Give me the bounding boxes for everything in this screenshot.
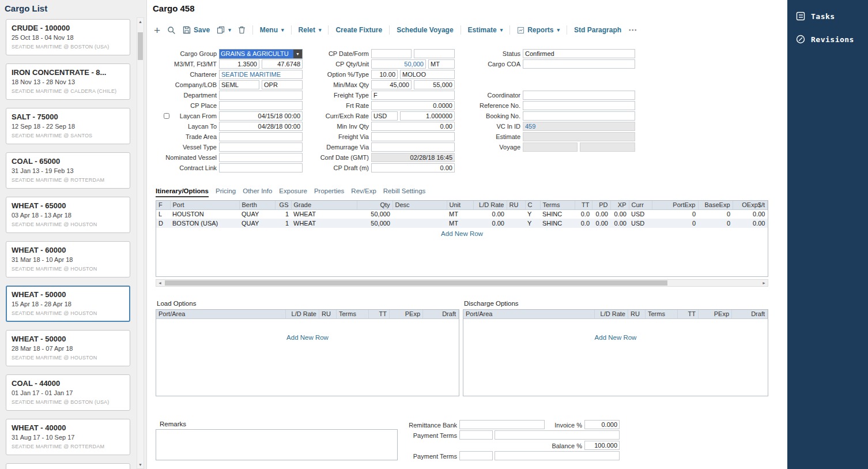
payment-terms-2-desc-input[interactable]: [495, 451, 620, 460]
itinerary-cell[interactable]: 0.00: [733, 219, 768, 228]
cargo-list-item[interactable]: WHEAT - 40000: [6, 463, 130, 469]
load-options-add-new-row[interactable]: Add New Row: [156, 319, 459, 341]
payment-terms-2-code-input[interactable]: [459, 451, 493, 460]
itinerary-cell[interactable]: 0: [652, 209, 698, 219]
laycan-checkbox[interactable]: [164, 113, 169, 119]
ft3-mt-input[interactable]: [262, 59, 303, 69]
relet-button[interactable]: Relet▾: [299, 26, 322, 34]
itinerary-cell[interactable]: 50,000: [357, 219, 393, 228]
payment-terms-code-input[interactable]: [459, 430, 493, 440]
itinerary-cell[interactable]: [507, 209, 525, 219]
cargo-list-item[interactable]: COAL - 6500031 Jan 13 - 19 Feb 13SEATIDE…: [6, 152, 130, 189]
add-button[interactable]: +: [154, 26, 160, 35]
itinerary-cell[interactable]: 0.0: [575, 219, 592, 228]
itinerary-cell[interactable]: SHINC: [540, 219, 575, 228]
itinerary-cell[interactable]: L: [156, 209, 170, 219]
min-qty-input[interactable]: [371, 80, 412, 89]
invoice-pct-input[interactable]: [584, 420, 620, 429]
cargo-list-item[interactable]: CRUDE - 10000025 Oct 18 - 04 Nov 18SEATI…: [6, 19, 130, 55]
scroll-left-icon[interactable]: ◄: [156, 280, 164, 286]
itinerary-cell[interactable]: 0.00: [592, 209, 610, 219]
vc-in-id-input[interactable]: [523, 122, 635, 131]
vessel-type-input[interactable]: [219, 142, 303, 152]
tab-exposure[interactable]: Exposure: [279, 187, 307, 197]
itinerary-cell[interactable]: MT: [447, 219, 473, 228]
discharge-options-add-new-row[interactable]: Add New Row: [463, 319, 768, 341]
itinerary-cell[interactable]: Y: [525, 219, 540, 228]
itinerary-cell[interactable]: HOUSTON: [170, 209, 239, 219]
itinerary-cell[interactable]: 0.00: [473, 219, 507, 228]
itinerary-cell[interactable]: BOSTON (USA): [170, 219, 239, 228]
tab-properties[interactable]: Properties: [314, 187, 344, 197]
itinerary-cell[interactable]: [393, 209, 447, 219]
coordinator-input[interactable]: [523, 91, 635, 100]
cargo-coa-input[interactable]: [523, 59, 635, 69]
cp-place-input[interactable]: [219, 101, 303, 110]
itinerary-add-new-row[interactable]: Add New Row: [156, 228, 768, 237]
itinerary-cell[interactable]: 50,000: [357, 209, 393, 219]
company-input[interactable]: [219, 80, 259, 89]
itinerary-cell[interactable]: 0.00: [473, 209, 507, 219]
reports-button[interactable]: Reports▾: [517, 26, 560, 34]
cargo-list-item[interactable]: WHEAT - 5000028 Mar 18 - 07 Apr 18SEATID…: [6, 330, 130, 366]
itinerary-hscrollbar[interactable]: ◄ ►: [156, 279, 768, 287]
create-fixture-button[interactable]: Create Fixture: [335, 26, 382, 34]
itinerary-cell[interactable]: [507, 219, 525, 228]
trade-area-input[interactable]: [219, 132, 303, 141]
itinerary-cell[interactable]: 1: [275, 209, 291, 219]
booking-no-input[interactable]: [523, 111, 635, 121]
cp-date-input[interactable]: [371, 49, 412, 58]
save-button[interactable]: Save: [183, 26, 210, 34]
itinerary-cell[interactable]: 0.00: [610, 209, 629, 219]
remittance-bank-input[interactable]: [459, 420, 545, 429]
itinerary-cell[interactable]: QUAY: [239, 209, 275, 219]
contract-link-input[interactable]: [219, 163, 303, 172]
balance-pct-input[interactable]: [584, 441, 620, 450]
hscrollbar-thumb[interactable]: [165, 280, 667, 286]
scroll-right-icon[interactable]: ►: [760, 280, 768, 286]
scroll-down-icon[interactable]: ▼: [137, 461, 144, 468]
itinerary-cell[interactable]: MT: [447, 209, 473, 219]
estimate-button[interactable]: Estimate▾: [468, 26, 503, 34]
tasks-button[interactable]: Tasks: [787, 5, 868, 28]
department-input[interactable]: [219, 91, 303, 100]
copy-button[interactable]: ▾: [217, 26, 231, 34]
nominated-vessel-input[interactable]: [219, 153, 303, 162]
itinerary-cell[interactable]: 0: [698, 209, 733, 219]
cargo-list-item[interactable]: WHEAT - 6000031 Mar 18 - 10 Apr 18SEATID…: [6, 241, 130, 277]
schedule-voyage-button[interactable]: Schedule Voyage: [397, 26, 453, 34]
itinerary-row[interactable]: LHOUSTONQUAY1WHEAT50,000MT0.00YSHINC0.00…: [156, 209, 768, 219]
cp-draft-input[interactable]: [371, 163, 455, 172]
cp-qty-input[interactable]: [371, 59, 426, 69]
charterer-input[interactable]: [219, 70, 303, 79]
tab-rebill-settings[interactable]: Rebill Settings: [383, 187, 426, 197]
status-input[interactable]: [523, 49, 635, 58]
currency-input[interactable]: [371, 111, 398, 121]
itinerary-cell[interactable]: WHEAT: [291, 219, 357, 228]
menu-button[interactable]: Menu▾: [260, 26, 284, 34]
itinerary-cell[interactable]: [393, 219, 447, 228]
reference-no-input[interactable]: [523, 101, 635, 110]
option-pct-input[interactable]: [371, 70, 398, 79]
laycan-to-input[interactable]: [219, 122, 303, 131]
itinerary-cell[interactable]: 0.00: [733, 209, 768, 219]
itinerary-row[interactable]: DBOSTON (USA)QUAY1WHEAT50,000MT0.00YSHIN…: [156, 219, 768, 228]
itinerary-cell[interactable]: 0.0: [575, 209, 592, 219]
scrollbar-track[interactable]: [137, 25, 144, 461]
cargo-list-item[interactable]: SALT - 7500012 Sep 18 - 22 Sep 18SEATIDE…: [6, 108, 130, 144]
dropdown-arrow-icon[interactable]: ▼: [293, 50, 302, 58]
lob-input[interactable]: [262, 80, 303, 89]
more-button[interactable]: ⋯: [628, 25, 637, 35]
itinerary-cell[interactable]: USD: [629, 219, 652, 228]
scrollbar-thumb[interactable]: [138, 32, 143, 60]
hscrollbar-track[interactable]: [164, 280, 760, 286]
cargo-group-select[interactable]: GRAINS & AGRICULTU ▼: [219, 49, 303, 59]
itinerary-cell[interactable]: 0: [698, 219, 733, 228]
cargo-list-item[interactable]: IRON CONCENTRATE - 8...18 Nov 13 - 28 No…: [6, 63, 130, 100]
payment-terms-desc-input[interactable]: [495, 430, 620, 440]
std-paragraph-button[interactable]: Std Paragraph: [574, 26, 621, 34]
itinerary-cell[interactable]: USD: [629, 209, 652, 219]
itinerary-cell[interactable]: WHEAT: [291, 209, 357, 219]
tab-rev-exp[interactable]: Rev/Exp: [351, 187, 376, 197]
m3-mt-input[interactable]: [219, 59, 259, 69]
